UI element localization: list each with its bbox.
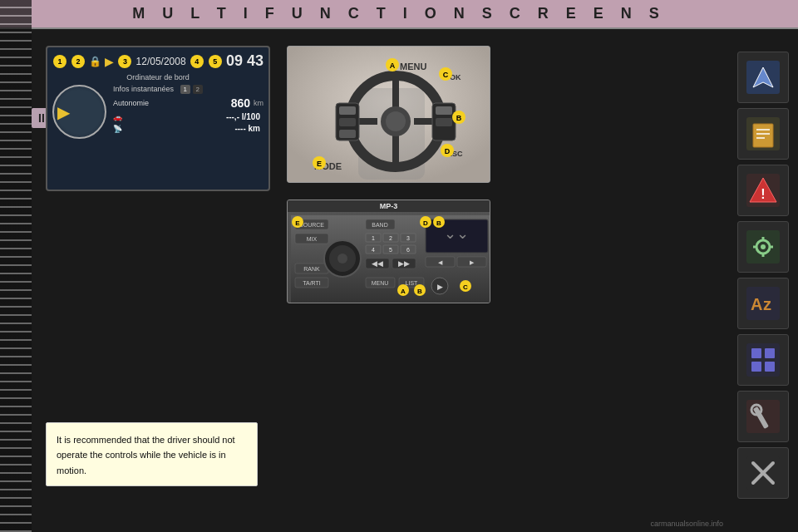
- badge-5: 5: [209, 55, 222, 68]
- svg-text:E: E: [295, 219, 300, 227]
- book-icon: [746, 117, 780, 150]
- svg-text:B: B: [417, 288, 422, 295]
- svg-text:MIX: MIX: [307, 236, 318, 242]
- svg-rect-108: [765, 362, 775, 372]
- badge-3: 3: [118, 55, 131, 68]
- svg-text:B: B: [436, 219, 441, 227]
- steering-wheel-panel: MENU MODE OK ESC A C B D E: [287, 46, 490, 183]
- range-row: 📡 ---- km: [113, 124, 264, 133]
- svg-text:◀◀: ◀◀: [372, 259, 383, 268]
- svg-text:BAND: BAND: [372, 222, 387, 228]
- wrench-icon: [746, 400, 780, 433]
- svg-text:MENU: MENU: [400, 62, 426, 71]
- svg-text:1: 1: [372, 235, 375, 241]
- grid-icon: [746, 343, 780, 377]
- svg-text:A: A: [390, 62, 396, 70]
- badge-2: 2: [71, 55, 85, 68]
- svg-text:MENU: MENU: [372, 280, 389, 286]
- svg-point-8: [386, 111, 406, 131]
- right-sidebar: ! A z: [727, 35, 798, 532]
- svg-text:RANK: RANK: [303, 266, 320, 272]
- sidebar-item-warning[interactable]: !: [737, 165, 789, 216]
- radio-panel: MP-3 SOURCE MIX RANK: [287, 200, 490, 303]
- dashboard-top-bar: 1 2 🔒 ▶ 3 12/05/2008 4 5 09 43: [52, 52, 264, 70]
- dashboard-info: Infos instantanées 1 2 Autonomie 860 km …: [113, 85, 264, 135]
- svg-text:C: C: [443, 71, 449, 79]
- radio-body: SOURCE MIX RANK TA/RTI BAND 1 2: [288, 212, 490, 301]
- svg-rect-87: [753, 124, 773, 147]
- sidebar-item-tools[interactable]: [737, 447, 789, 499]
- svg-text:C: C: [463, 283, 468, 291]
- svg-text:B: B: [456, 114, 462, 122]
- sidebar-item-manual[interactable]: [737, 108, 789, 160]
- svg-text:▶: ▶: [437, 283, 443, 291]
- svg-text:D: D: [423, 219, 428, 227]
- warning-triangle-icon: !: [746, 174, 780, 207]
- az-icon: A z: [746, 287, 780, 320]
- svg-text:z: z: [763, 295, 771, 313]
- svg-text:⌄⌄: ⌄⌄: [444, 225, 469, 242]
- fuel-row: 🚗 ---,- l/100: [113, 112, 264, 121]
- svg-text:5: 5: [389, 247, 392, 253]
- svg-text:▶▶: ▶▶: [398, 259, 410, 268]
- svg-text:TA/RTI: TA/RTI: [303, 280, 321, 286]
- dashboard-subtitle: Ordinateur de bord: [52, 73, 264, 81]
- left-stripe-decoration: [0, 0, 32, 532]
- warning-text: It is recommended that the driver should…: [57, 435, 235, 475]
- svg-text:A: A: [751, 295, 762, 313]
- svg-text:!: !: [761, 187, 765, 201]
- badge-1: 1: [53, 55, 66, 68]
- svg-text:D: D: [445, 147, 451, 155]
- page-title: M U L T I F U N C T I O N S C R E E N S: [132, 5, 666, 22]
- warning-box: It is recommended that the driver should…: [46, 422, 258, 487]
- dashboard-body: Infos instantanées 1 2 Autonomie 860 km …: [52, 85, 264, 139]
- svg-text:A: A: [401, 288, 406, 295]
- arrow-icon: ▶: [105, 55, 114, 68]
- settings-icon: [746, 230, 780, 264]
- sidebar-item-wrench[interactable]: [737, 391, 789, 442]
- tools-icon: [746, 456, 780, 490]
- svg-point-96: [761, 244, 766, 249]
- svg-rect-15: [436, 118, 452, 126]
- sidebar-item-settings[interactable]: [737, 221, 789, 273]
- radio-title: MP-3: [288, 200, 490, 212]
- svg-text:3: 3: [406, 235, 410, 241]
- dashboard-date: 12/05/2008: [136, 56, 186, 67]
- sidebar-item-navigation[interactable]: [737, 52, 789, 103]
- svg-text:4: 4: [372, 247, 375, 253]
- sidebar-item-grid[interactable]: [737, 334, 789, 386]
- svg-rect-10: [339, 106, 356, 115]
- svg-rect-107: [751, 362, 761, 372]
- watermark: carmanualsonline.info: [650, 520, 723, 528]
- dashboard-clock: [52, 85, 106, 139]
- svg-rect-105: [751, 348, 761, 358]
- lock-icon: 🔒: [89, 56, 101, 67]
- sidebar-item-az[interactable]: A z: [737, 278, 789, 329]
- svg-rect-12: [339, 130, 356, 138]
- info-title: Infos instantanées 1 2: [113, 85, 264, 93]
- svg-text:6: 6: [406, 247, 410, 253]
- svg-text:2: 2: [389, 235, 392, 241]
- svg-rect-106: [765, 348, 775, 358]
- dashboard-time: 09 43: [226, 52, 264, 70]
- dashboard-screen: 1 2 🔒 ▶ 3 12/05/2008 4 5 09 43 Ordinateu…: [46, 46, 270, 191]
- svg-point-41: [337, 254, 347, 264]
- badge-4: 4: [190, 55, 204, 68]
- svg-rect-104: [746, 343, 780, 377]
- page-header: M U L T I F U N C T I O N S C R E E N S: [0, 0, 798, 29]
- svg-rect-14: [436, 106, 452, 115]
- svg-text:LIST: LIST: [406, 280, 419, 286]
- svg-text:E: E: [317, 160, 322, 168]
- autonomy-row: Autonomie 860 km: [113, 96, 264, 110]
- radio-controls-svg: SOURCE MIX RANK TA/RTI BAND 1 2: [291, 215, 490, 303]
- navigation-icon: [746, 61, 780, 94]
- steering-wheel-svg: MENU MODE OK ESC A C B D E: [288, 47, 490, 183]
- svg-rect-11: [339, 118, 356, 126]
